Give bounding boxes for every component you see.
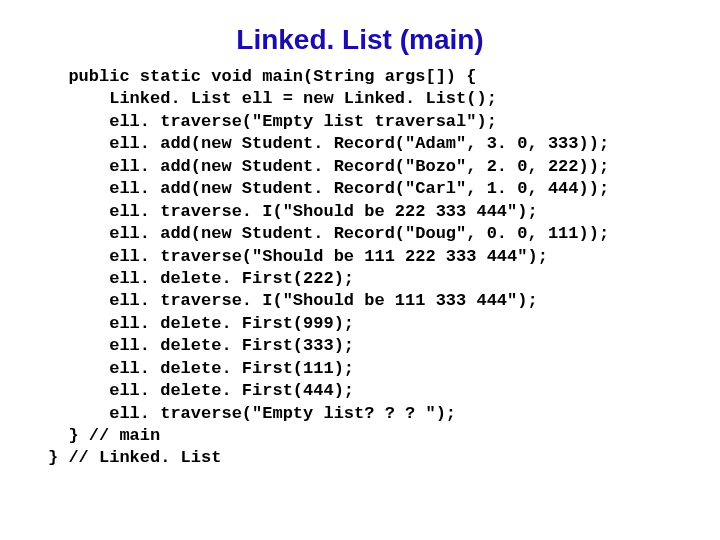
code-line: ell. delete. First(222); — [48, 269, 354, 288]
code-line: ell. traverse("Empty list? ? ? "); — [48, 404, 456, 423]
code-line: public static void main(String args[]) { — [48, 67, 476, 86]
code-line: Linked. List ell = new Linked. List(); — [48, 89, 497, 108]
code-line: ell. traverse("Empty list traversal"); — [48, 112, 497, 131]
code-line: ell. traverse. I("Should be 222 333 444"… — [48, 202, 538, 221]
code-line: ell. delete. First(333); — [48, 336, 354, 355]
code-line: ell. add(new Student. Record("Carl", 1. … — [48, 179, 609, 198]
code-line: ell. traverse("Should be 111 222 333 444… — [48, 247, 548, 266]
code-line: ell. add(new Student. Record("Doug", 0. … — [48, 224, 609, 243]
code-line: ell. delete. First(444); — [48, 381, 354, 400]
code-line: } // Linked. List — [48, 448, 221, 467]
code-block: public static void main(String args[]) {… — [0, 66, 720, 470]
page-title: Linked. List (main) — [0, 0, 720, 66]
code-line: ell. add(new Student. Record("Adam", 3. … — [48, 134, 609, 153]
code-line: } // main — [48, 426, 160, 445]
code-line: ell. delete. First(999); — [48, 314, 354, 333]
code-line: ell. traverse. I("Should be 111 333 444"… — [48, 291, 538, 310]
code-line: ell. delete. First(111); — [48, 359, 354, 378]
code-line: ell. add(new Student. Record("Bozo", 2. … — [48, 157, 609, 176]
